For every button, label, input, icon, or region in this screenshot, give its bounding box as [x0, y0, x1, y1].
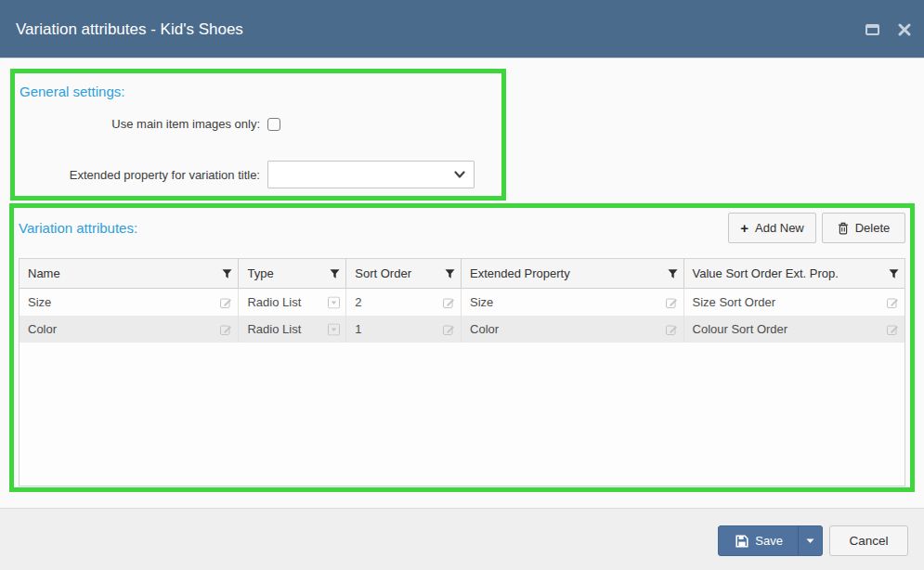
use-main-images-checkbox[interactable] — [267, 118, 280, 131]
filter-funnel-icon[interactable] — [668, 268, 678, 279]
caret-down-icon — [806, 538, 814, 544]
trash-icon — [838, 222, 849, 235]
cell-sort-order[interactable]: 1 — [346, 316, 462, 343]
column-header-value-sort-order[interactable]: Value Sort Order Ext. Prop. — [684, 259, 904, 288]
dialog-header: Variation attributes - Kid's Shoes — [0, 0, 924, 58]
edit-pencil-icon[interactable] — [220, 323, 232, 335]
column-header-sort-order[interactable]: Sort Order — [346, 259, 462, 288]
extended-property-select[interactable] — [267, 161, 475, 188]
delete-button[interactable]: Delete — [822, 213, 905, 243]
filter-funnel-icon[interactable] — [330, 268, 340, 279]
dialog-footer: Save Cancel — [0, 508, 924, 570]
edit-pencil-icon[interactable] — [443, 296, 455, 308]
column-header-extended-property[interactable]: Extended Property — [462, 259, 683, 288]
edit-pencil-icon[interactable] — [887, 296, 899, 308]
add-new-button-label: Add New — [755, 221, 804, 235]
variation-attributes-heading: Variation attributes: — [19, 220, 137, 236]
save-split-button: Save — [718, 525, 823, 556]
cell-extended-property[interactable]: Size — [462, 289, 683, 316]
cancel-button[interactable]: Cancel — [829, 525, 908, 556]
edit-pencil-icon[interactable] — [220, 296, 232, 308]
use-main-images-label: Use main item images only: — [15, 117, 260, 131]
cell-value: Radio List — [247, 295, 301, 309]
cell-value: 2 — [355, 295, 361, 309]
close-icon[interactable] — [898, 23, 911, 36]
column-header-type[interactable]: Type — [239, 259, 346, 288]
cell-value: Radio List — [247, 322, 301, 336]
variation-attributes-grid: Name Type Sort Order Extended Property — [19, 258, 905, 486]
column-header-label: Name — [28, 266, 60, 280]
cell-type[interactable]: Radio List — [239, 289, 346, 316]
save-options-caret[interactable] — [798, 526, 822, 555]
variation-attributes-dialog: Variation attributes - Kid's Shoes Gener… — [0, 0, 924, 570]
column-header-label: Value Sort Order Ext. Prop. — [693, 266, 839, 280]
plus-icon: + — [740, 221, 748, 235]
table-row: Color Radio List 1 Color — [20, 316, 904, 343]
cell-value-sort-order[interactable]: Size Sort Order — [684, 289, 904, 316]
cancel-button-label: Cancel — [849, 534, 888, 548]
cell-value-sort-order[interactable]: Colour Sort Order — [684, 316, 904, 343]
edit-pencil-icon[interactable] — [666, 323, 678, 335]
filter-funnel-icon[interactable] — [222, 268, 232, 279]
chevron-down-icon — [454, 171, 465, 179]
cell-name[interactable]: Size — [20, 289, 239, 316]
window-controls — [865, 23, 911, 36]
cell-value: Color — [470, 322, 499, 336]
cell-value: Colour Sort Order — [693, 322, 788, 336]
dialog-title: Variation attributes - Kid's Shoes — [16, 20, 243, 39]
extended-property-label: Extended property for variation title: — [15, 168, 260, 182]
general-settings-highlight-box: General settings: Use main item images o… — [10, 69, 506, 201]
column-header-label: Type — [247, 266, 273, 280]
add-new-button[interactable]: + Add New — [728, 213, 816, 243]
cell-value: Size — [28, 295, 51, 309]
use-main-images-row: Use main item images only: — [15, 117, 280, 131]
edit-pencil-icon[interactable] — [443, 323, 455, 335]
dropdown-box-icon[interactable] — [328, 323, 340, 335]
filter-funnel-icon[interactable] — [889, 268, 899, 279]
filter-funnel-icon[interactable] — [445, 268, 455, 279]
variation-attributes-highlight-box: Variation attributes: + Add New Delete — [9, 203, 915, 492]
cell-name[interactable]: Color — [20, 316, 239, 343]
general-settings-heading: General settings: — [20, 84, 124, 99]
dropdown-box-icon[interactable] — [328, 296, 340, 308]
save-button[interactable]: Save — [719, 526, 798, 555]
column-header-name[interactable]: Name — [20, 259, 239, 288]
edit-pencil-icon[interactable] — [666, 296, 678, 308]
delete-button-label: Delete — [855, 221, 891, 235]
grid-header-row: Name Type Sort Order Extended Property — [20, 259, 904, 289]
cell-value: Size — [470, 295, 493, 309]
cell-type[interactable]: Radio List — [239, 316, 346, 343]
cell-value: 1 — [355, 322, 361, 336]
cell-sort-order[interactable]: 2 — [346, 289, 462, 316]
cell-value: Color — [28, 322, 57, 336]
edit-pencil-icon[interactable] — [887, 323, 899, 335]
dialog-body: General settings: Use main item images o… — [0, 59, 924, 508]
floppy-disk-icon — [735, 535, 748, 548]
cell-value: Size Sort Order — [693, 295, 776, 309]
cell-extended-property[interactable]: Color — [462, 316, 683, 343]
table-row: Size Radio List 2 Size — [20, 289, 904, 316]
extended-property-row: Extended property for variation title: — [15, 161, 475, 188]
maximize-icon[interactable] — [865, 24, 879, 35]
column-header-label: Sort Order — [355, 266, 411, 280]
save-button-label: Save — [755, 534, 783, 548]
column-header-label: Extended Property — [470, 266, 570, 280]
